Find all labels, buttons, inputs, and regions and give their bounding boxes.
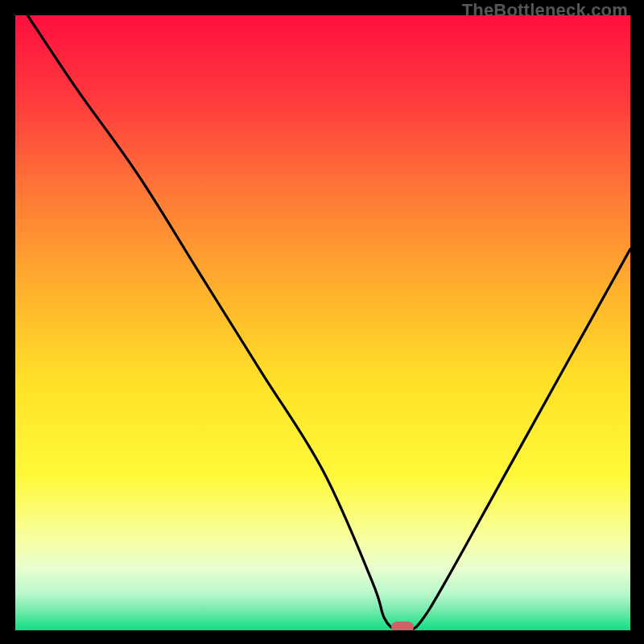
plot-area	[15, 15, 630, 630]
bottleneck-curve	[15, 15, 630, 630]
chart-container: TheBottleneck.com	[0, 0, 644, 644]
optimal-marker	[391, 621, 414, 630]
